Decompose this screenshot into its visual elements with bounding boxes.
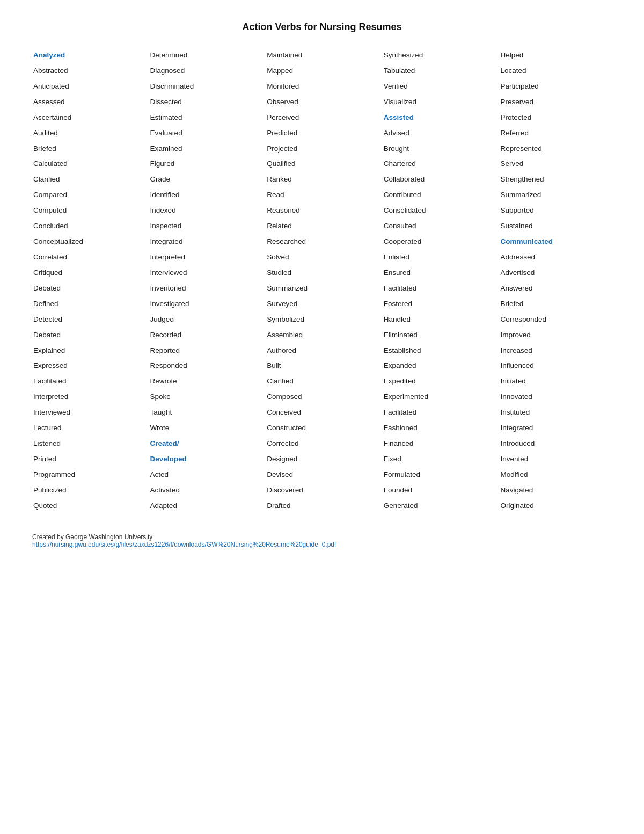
word-item: Advertised (499, 265, 612, 281)
word-item: Constructed (266, 420, 378, 436)
word-item: Eliminated (383, 328, 495, 343)
word-item: Briefed (32, 141, 145, 157)
word-item: Facilitated (383, 405, 495, 420)
word-item: Located (499, 63, 612, 79)
word-item: Identified (149, 187, 262, 203)
word-item: Interviewed (32, 405, 145, 420)
word-item: Monitored (266, 79, 378, 95)
word-item: Programmed (32, 467, 145, 483)
footer-link[interactable]: https://nursing.gwu.edu/sites/g/files/za… (32, 541, 336, 548)
word-item: Brought (383, 141, 495, 157)
word-item: Verified (383, 79, 495, 95)
word-item: Critiqued (32, 265, 145, 281)
word-item: Devised (266, 467, 378, 483)
word-item: Corresponded (499, 312, 612, 328)
word-item: Referred (499, 126, 612, 141)
word-item: Figured (149, 156, 262, 172)
word-item: Defined (32, 296, 145, 312)
word-item: Represented (499, 141, 612, 157)
word-item: Debated (32, 281, 145, 296)
word-item: Preserved (499, 95, 612, 110)
word-item: Interviewed (149, 265, 262, 281)
word-item: Concluded (32, 219, 145, 234)
word-item: Interpreted (149, 250, 262, 265)
word-item: Instituted (499, 405, 612, 420)
word-item: Inventoried (149, 281, 262, 296)
word-item: Computed (32, 203, 145, 219)
word-item: Established (383, 343, 495, 359)
word-item: Activated (149, 483, 262, 498)
word-item: Interpreted (32, 389, 145, 405)
word-item: Ascertained (32, 110, 145, 126)
word-item: Synthesized (383, 48, 495, 63)
word-column-col4: SynthesizedTabulatedVerifiedVisualizedAs… (383, 48, 495, 514)
word-item: Taught (149, 405, 262, 420)
word-item: Collaborated (383, 172, 495, 187)
word-item: Protected (499, 110, 612, 126)
word-item: Authored (266, 343, 378, 359)
word-item: Clarified (32, 172, 145, 187)
word-item: Assembled (266, 328, 378, 343)
word-item: Strengthened (499, 172, 612, 187)
word-item: Handled (383, 312, 495, 328)
word-item: Predicted (266, 126, 378, 141)
word-item: Diagnosed (149, 63, 262, 79)
word-item: Navigated (499, 483, 612, 498)
word-item: Addressed (499, 250, 612, 265)
word-item: Qualified (266, 156, 378, 172)
word-item: Compared (32, 187, 145, 203)
word-item: Supported (499, 203, 612, 219)
word-item: Expanded (383, 358, 495, 374)
word-item: Communicated (499, 234, 612, 250)
word-item: Expressed (32, 358, 145, 374)
word-item: Composed (266, 389, 378, 405)
word-item: Adapted (149, 498, 262, 514)
word-item: Financed (383, 436, 495, 452)
word-item: Determined (149, 48, 262, 63)
word-item: Ensured (383, 265, 495, 281)
word-item: Reasoned (266, 203, 378, 219)
word-item: Audited (32, 126, 145, 141)
word-item: Perceived (266, 110, 378, 126)
word-item: Improved (499, 328, 612, 343)
word-item: Printed (32, 452, 145, 467)
word-item: Acted (149, 467, 262, 483)
word-item: Corrected (266, 436, 378, 452)
footer: Created by George Washington University … (32, 533, 612, 548)
word-item: Symbolized (266, 312, 378, 328)
word-item: Debated (32, 328, 145, 343)
word-item: Introduced (499, 436, 612, 452)
word-item: Formulated (383, 467, 495, 483)
word-item: Chartered (383, 156, 495, 172)
word-column-col3: MaintainedMappedMonitoredObservedPerceiv… (266, 48, 378, 514)
word-item: Recorded (149, 328, 262, 343)
word-item: Rewrote (149, 374, 262, 389)
word-item: Grade (149, 172, 262, 187)
word-item: Fixed (383, 452, 495, 467)
word-item: Judged (149, 312, 262, 328)
word-item: Assisted (383, 110, 495, 126)
word-item: Originated (499, 498, 612, 514)
word-item: Fashioned (383, 420, 495, 436)
word-item: Maintained (266, 48, 378, 63)
word-item: Tabulated (383, 63, 495, 79)
word-item: Surveyed (266, 296, 378, 312)
word-item: Modified (499, 467, 612, 483)
word-item: Reported (149, 343, 262, 359)
word-item: Invented (499, 452, 612, 467)
word-item: Developed (149, 452, 262, 467)
word-item: Wrote (149, 420, 262, 436)
word-item: Dissected (149, 95, 262, 110)
word-item: Increased (499, 343, 612, 359)
word-item: Advised (383, 126, 495, 141)
word-item: Sustained (499, 219, 612, 234)
word-item: Visualized (383, 95, 495, 110)
word-item: Consolidated (383, 203, 495, 219)
word-item: Detected (32, 312, 145, 328)
word-item: Mapped (266, 63, 378, 79)
word-item: Clarified (266, 374, 378, 389)
word-item: Publicized (32, 483, 145, 498)
word-item: Projected (266, 141, 378, 157)
word-item: Initiated (499, 374, 612, 389)
word-item: Innovated (499, 389, 612, 405)
